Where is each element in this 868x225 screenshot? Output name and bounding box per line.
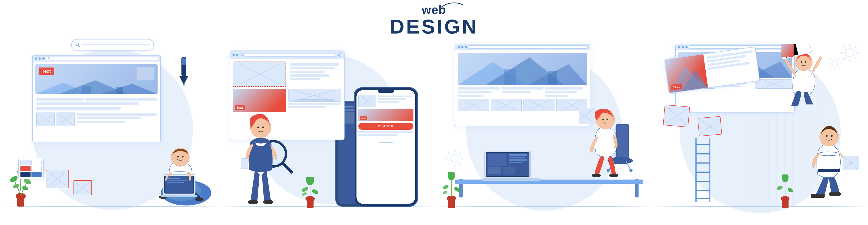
panel3-address-bar[interactable] bbox=[469, 45, 588, 49]
p2-line bbox=[290, 71, 325, 73]
svg-point-123 bbox=[442, 190, 448, 195]
svg-point-0 bbox=[76, 43, 79, 46]
dot3 bbox=[465, 46, 467, 48]
svg-point-107 bbox=[607, 169, 610, 172]
browser-dot-1 bbox=[35, 57, 37, 60]
panel-1-web-design: Text bbox=[5, 37, 220, 216]
content-line bbox=[86, 98, 157, 101]
svg-rect-164 bbox=[781, 44, 794, 57]
svg-point-138 bbox=[846, 49, 854, 57]
svg-point-121 bbox=[442, 184, 449, 190]
panel1-search-bar[interactable] bbox=[71, 39, 154, 51]
browser-address-bar[interactable] bbox=[46, 57, 158, 60]
p3-line bbox=[502, 87, 544, 90]
panel3-content-grid bbox=[458, 87, 587, 97]
phone-line-c bbox=[358, 134, 397, 136]
panel3-laptop bbox=[482, 150, 540, 182]
svg-rect-33 bbox=[161, 195, 197, 197]
svg-rect-30 bbox=[166, 178, 180, 179]
placeholder-x-icon bbox=[136, 67, 154, 80]
p3-img1 bbox=[458, 99, 489, 111]
svg-point-70 bbox=[301, 192, 308, 196]
panel3-plant bbox=[441, 172, 462, 209]
svg-point-139 bbox=[832, 60, 838, 66]
svg-rect-78 bbox=[548, 71, 557, 85]
panel2-phone-content: Text SEARCH bbox=[356, 93, 415, 145]
panel1-row1 bbox=[36, 98, 157, 101]
svg-point-38 bbox=[16, 193, 26, 200]
p3-img2 bbox=[491, 99, 522, 111]
gear-icon[interactable] bbox=[337, 52, 342, 57]
panel1-grid-img1 bbox=[36, 112, 55, 126]
p3-line bbox=[458, 87, 500, 90]
svg-rect-77 bbox=[504, 69, 516, 85]
svg-rect-31 bbox=[166, 180, 187, 181]
float-img2-icon bbox=[74, 181, 91, 195]
svg-point-108 bbox=[629, 169, 632, 172]
panel3-hero-img bbox=[458, 53, 587, 85]
panel4-gear2 bbox=[827, 55, 843, 71]
panel1-color-palette bbox=[19, 158, 44, 179]
svg-point-26 bbox=[195, 197, 204, 201]
p3-line bbox=[545, 95, 568, 97]
content-line bbox=[77, 121, 125, 123]
close-icon[interactable] bbox=[240, 53, 244, 57]
svg-rect-103 bbox=[617, 125, 628, 160]
panel2-small-img bbox=[288, 89, 341, 102]
svg-point-42 bbox=[9, 175, 19, 183]
panel3-ground-line bbox=[436, 206, 652, 206]
svg-rect-99 bbox=[502, 167, 515, 174]
svg-rect-60 bbox=[241, 158, 248, 169]
panel1-row2 bbox=[36, 112, 157, 126]
panel4-ladder bbox=[694, 138, 712, 202]
svg-point-58 bbox=[248, 200, 258, 204]
palette-cell-2 bbox=[31, 160, 41, 165]
dot1 bbox=[678, 46, 680, 48]
svg-rect-93 bbox=[488, 154, 506, 166]
search-icon bbox=[75, 42, 80, 47]
palette-cell-5 bbox=[21, 172, 31, 177]
p3-line bbox=[458, 95, 483, 97]
panel1-ground-line bbox=[5, 206, 220, 206]
svg-point-87 bbox=[451, 154, 459, 163]
panel3-toolbar bbox=[455, 44, 590, 50]
panel3-person-desk bbox=[579, 96, 639, 184]
svg-rect-100 bbox=[517, 167, 527, 174]
svg-point-170 bbox=[787, 187, 794, 193]
header-title-container: web DESIGN bbox=[390, 3, 478, 37]
phone-text-badge: Text bbox=[360, 117, 367, 120]
svg-point-168 bbox=[782, 174, 788, 182]
p2-small-line bbox=[288, 106, 326, 108]
svg-point-69 bbox=[311, 189, 319, 195]
svg-rect-7 bbox=[82, 86, 91, 94]
content-line bbox=[77, 117, 141, 119]
panel4-address-bar[interactable] bbox=[689, 45, 792, 49]
panel1-hero-mountains bbox=[35, 78, 158, 94]
dot2 bbox=[461, 46, 464, 48]
panel-3-designer-desk bbox=[436, 37, 652, 216]
p2-small-line bbox=[288, 103, 341, 105]
p3-line bbox=[545, 91, 577, 93]
svg-rect-150 bbox=[829, 192, 841, 196]
panel3-mountains bbox=[458, 53, 587, 85]
phone-line-b bbox=[358, 131, 413, 133]
pen-tool-icon bbox=[177, 57, 191, 87]
dot3 bbox=[685, 46, 688, 48]
p2-line bbox=[290, 74, 330, 77]
p3-line bbox=[502, 91, 531, 93]
panel4-float-img1 bbox=[663, 104, 690, 127]
svg-point-122 bbox=[454, 186, 461, 193]
content-line bbox=[77, 114, 157, 116]
phone-search-btn[interactable]: SEARCH bbox=[358, 123, 413, 130]
browser-dot-2 bbox=[39, 57, 41, 60]
panel2-grid-img1 bbox=[233, 62, 286, 87]
img-caption bbox=[296, 99, 333, 101]
phone-line bbox=[378, 96, 412, 97]
panel2-person-standing bbox=[234, 92, 289, 206]
svg-point-36 bbox=[182, 156, 184, 158]
svg-rect-97 bbox=[509, 162, 523, 163]
dot-1 bbox=[232, 54, 235, 56]
panel4-person-top bbox=[781, 44, 827, 117]
svg-point-156 bbox=[826, 135, 828, 137]
panel2-address-bar[interactable] bbox=[245, 53, 335, 57]
